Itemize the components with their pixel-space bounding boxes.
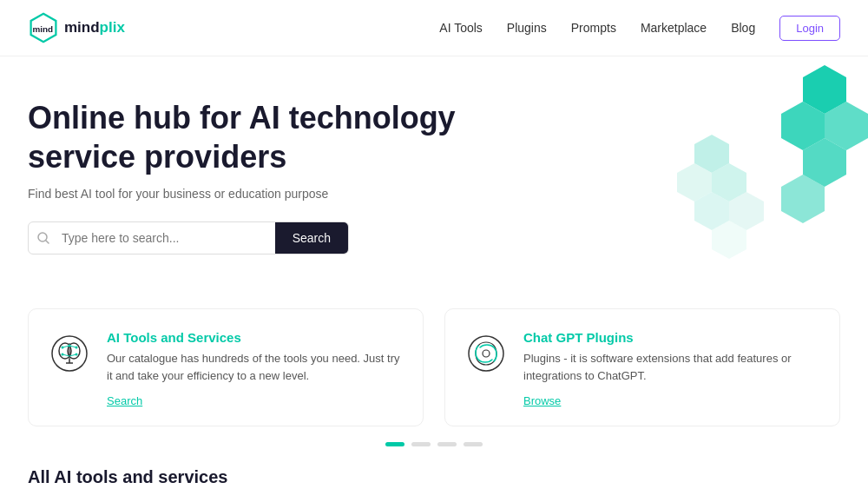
hero-section: Online hub for AI technology service pro… [0,56,868,300]
chatgpt-icon [463,330,510,377]
search-icon [29,232,58,244]
svg-marker-4 [803,65,846,114]
svg-marker-9 [694,135,729,173]
svg-marker-8 [781,175,825,223]
svg-text:mind: mind [32,24,53,34]
card-desc-chatgpt: Plugins - it is software extensions that… [523,350,822,384]
card-title-ai-tools: AI Tools and Services [107,330,405,345]
hero-decoration [590,56,868,300]
cards-section: AI Tools and Services Our catalogue has … [0,300,868,426]
card-title-chatgpt: Chat GPT Plugins [523,330,822,345]
svg-marker-7 [803,138,846,187]
hero-left: Online hub for AI technology service pro… [28,98,456,254]
search-input[interactable] [58,222,275,254]
card-ai-tools: AI Tools and Services Our catalogue has … [28,308,424,426]
bottom-title: All AI tools and services [28,467,840,487]
dot-4[interactable] [464,442,483,446]
cards-row: AI Tools and Services Our catalogue has … [28,308,840,426]
dot-1[interactable] [385,442,404,446]
card-desc-ai-tools: Our catalogue has hundreds of the tools … [107,350,405,384]
svg-marker-13 [729,192,764,230]
svg-marker-6 [825,102,868,150]
card-body-ai-tools: AI Tools and Services Our catalogue has … [107,330,405,408]
card-link-ai-tools[interactable]: Search [107,394,142,407]
nav-prompts[interactable]: Prompts [571,21,616,35]
carousel-dots [0,442,868,446]
login-button[interactable]: Login [779,16,840,41]
nav-blog[interactable]: Blog [731,21,755,35]
logo-icon: mind [28,12,59,43]
logo-text: mindplix [64,19,125,36]
svg-marker-11 [677,163,712,202]
svg-line-3 [46,241,49,243]
search-bar: Search [28,221,349,254]
logo[interactable]: mind mindplix [28,12,125,43]
ai-tools-icon [46,330,93,377]
svg-marker-14 [712,221,746,259]
bottom-section: All AI tools and services Top Rated i [0,452,868,489]
svg-point-30 [469,336,503,371]
hero-title: Online hub for AI technology service pro… [28,98,456,176]
nav-marketplace[interactable]: Marketplace [641,21,707,35]
navbar: mind mindplix AI Tools Plugins Prompts M… [0,0,868,56]
svg-marker-5 [781,102,825,150]
svg-marker-10 [712,163,746,202]
svg-point-31 [483,350,490,357]
search-button[interactable]: Search [275,222,348,254]
dot-3[interactable] [437,442,457,446]
dot-2[interactable] [411,442,431,446]
card-chatgpt-plugins: Chat GPT Plugins Plugins - it is softwar… [444,308,840,426]
svg-marker-12 [694,192,729,230]
nav-links: AI Tools Plugins Prompts Marketplace Blo… [439,16,840,41]
hero-subtitle: Find best AI tool for your business or e… [28,187,456,201]
nav-ai-tools[interactable]: AI Tools [439,21,483,35]
card-body-chatgpt: Chat GPT Plugins Plugins - it is softwar… [523,330,822,408]
nav-plugins[interactable]: Plugins [507,21,547,35]
card-link-chatgpt[interactable]: Browse [523,394,561,407]
